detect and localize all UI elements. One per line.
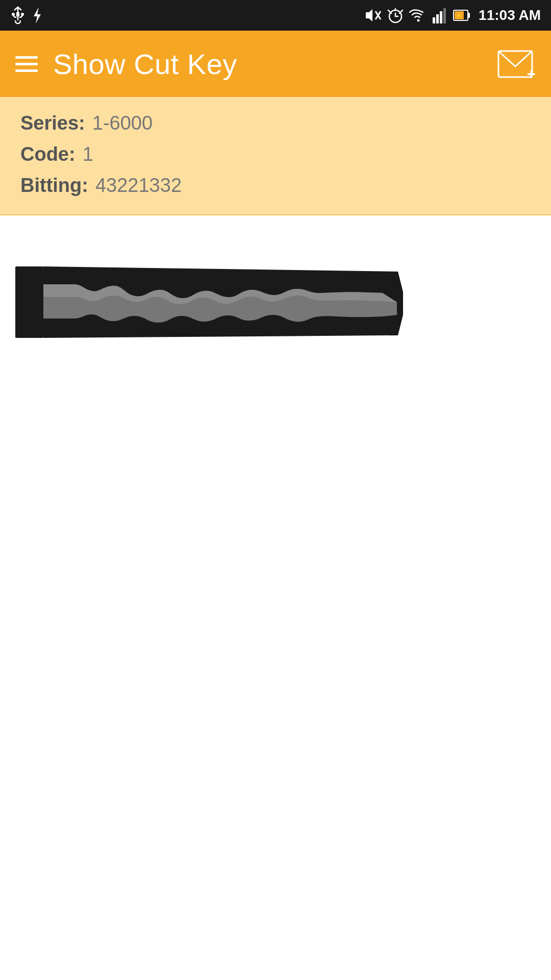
svg-rect-11 bbox=[443, 8, 446, 23]
svg-point-7 bbox=[417, 19, 420, 22]
page-title: Show Cut Key bbox=[53, 47, 237, 81]
bitting-label: Bitting: bbox=[20, 175, 88, 197]
mute-icon bbox=[363, 6, 382, 24]
app-bar-left: Show Cut Key bbox=[15, 47, 237, 81]
battery-icon: ⚡ bbox=[453, 8, 470, 22]
svg-rect-10 bbox=[440, 11, 442, 23]
series-label: Series: bbox=[20, 112, 85, 134]
lightning-icon bbox=[32, 6, 43, 24]
svg-point-2 bbox=[21, 13, 24, 16]
svg-text:⚡: ⚡ bbox=[456, 12, 462, 19]
compose-email-button[interactable]: + bbox=[495, 46, 536, 82]
svg-rect-13 bbox=[468, 13, 470, 18]
status-bar-right: ⚡ 11:03 AM bbox=[363, 6, 541, 24]
code-row: Code: 1 bbox=[20, 143, 531, 165]
svg-rect-9 bbox=[436, 14, 439, 23]
status-bar-left bbox=[10, 6, 43, 24]
status-time: 11:03 AM bbox=[479, 7, 541, 23]
bitting-value: 43221332 bbox=[95, 175, 182, 197]
usb-icon bbox=[10, 6, 26, 24]
signal-icon bbox=[433, 7, 448, 23]
svg-marker-3 bbox=[34, 7, 41, 23]
svg-rect-8 bbox=[433, 17, 435, 23]
code-label: Code: bbox=[20, 143, 76, 165]
app-bar: Show Cut Key + bbox=[0, 31, 551, 97]
key-visual-area bbox=[0, 215, 551, 389]
info-panel: Series: 1-6000 Code: 1 Bitting: 43221332 bbox=[0, 97, 551, 215]
bitting-row: Bitting: 43221332 bbox=[20, 175, 531, 197]
svg-rect-17 bbox=[15, 266, 43, 338]
svg-point-1 bbox=[12, 13, 15, 16]
series-row: Series: 1-6000 bbox=[20, 112, 531, 134]
code-value: 1 bbox=[83, 143, 93, 165]
plus-icon: + bbox=[527, 66, 536, 82]
hamburger-menu-button[interactable] bbox=[15, 56, 38, 72]
key-illustration bbox=[15, 236, 403, 369]
alarm-icon bbox=[387, 6, 404, 24]
series-value: 1-6000 bbox=[92, 112, 153, 134]
svg-rect-0 bbox=[16, 12, 19, 16]
status-bar: ⚡ 11:03 AM bbox=[0, 0, 551, 31]
wifi-icon bbox=[409, 6, 428, 24]
